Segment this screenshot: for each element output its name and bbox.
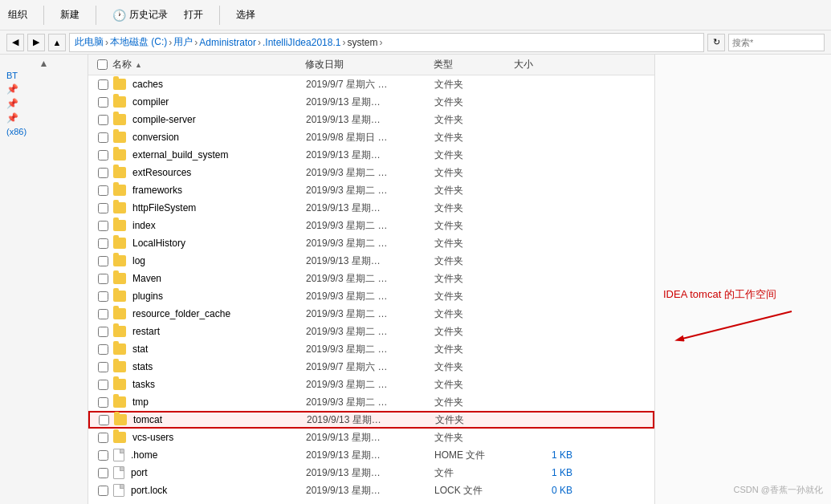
row-name-cell[interactable]: extResources bbox=[113, 167, 306, 178]
folder-icon bbox=[113, 432, 126, 443]
breadcrumb: 此电脑 › 本地磁盘 (C:) › 用户 › Administrator › .… bbox=[69, 33, 704, 52]
row-name-cell[interactable]: compile-server bbox=[113, 114, 306, 125]
row-checkbox[interactable] bbox=[92, 115, 113, 125]
row-name-cell[interactable]: port bbox=[113, 466, 306, 479]
row-checkbox[interactable] bbox=[92, 486, 113, 496]
row-checkbox[interactable] bbox=[92, 380, 113, 390]
table-row[interactable]: vcs-users2019/9/13 星期…文件夹 bbox=[88, 429, 654, 446]
folder-icon bbox=[113, 202, 126, 213]
breadcrumb-system[interactable]: system bbox=[347, 37, 377, 48]
table-row[interactable]: tasks2019/9/3 星期二 …文件夹 bbox=[88, 376, 654, 393]
row-checkbox[interactable] bbox=[92, 362, 113, 372]
table-row[interactable]: caches2019/9/7 星期六 …文件夹 bbox=[88, 75, 654, 93]
row-checkbox[interactable] bbox=[92, 468, 113, 478]
row-checkbox[interactable] bbox=[92, 274, 113, 284]
table-row[interactable]: plugins2019/9/3 星期二 …文件夹 bbox=[88, 287, 654, 305]
row-checkbox[interactable] bbox=[92, 185, 113, 196]
row-checkbox[interactable] bbox=[92, 291, 113, 302]
table-row[interactable]: tomcat2019/9/13 星期…文件夹 bbox=[88, 411, 654, 429]
table-row[interactable]: external_build_system2019/9/13 星期…文件夹 bbox=[88, 146, 654, 164]
row-date: 2019/9/3 星期二 … bbox=[306, 325, 434, 339]
row-checkbox[interactable] bbox=[92, 344, 113, 355]
table-row[interactable]: port.lock2019/9/13 星期…LOCK 文件0 KB bbox=[88, 482, 654, 499]
row-name-cell[interactable]: httpFileSystem bbox=[113, 202, 306, 213]
row-checkbox[interactable] bbox=[92, 450, 113, 461]
row-checkbox[interactable] bbox=[92, 150, 113, 161]
select-all-checkbox[interactable] bbox=[92, 59, 112, 70]
row-checkbox[interactable] bbox=[93, 415, 114, 425]
col-header-size[interactable]: 大小 bbox=[514, 58, 578, 71]
toolbar-group-history[interactable]: 🕐 历史记录 bbox=[112, 8, 168, 22]
row-checkbox[interactable] bbox=[92, 433, 113, 443]
row-checkbox[interactable] bbox=[92, 309, 113, 319]
table-row[interactable]: extResources2019/9/3 星期二 …文件夹 bbox=[88, 164, 654, 181]
row-name-cell[interactable]: tasks bbox=[113, 379, 306, 390]
breadcrumb-users[interactable]: 用户 bbox=[173, 35, 193, 49]
breadcrumb-thispc[interactable]: 此电脑 bbox=[75, 35, 104, 49]
row-name-cell[interactable]: .home bbox=[113, 449, 306, 461]
table-row[interactable]: LocalHistory2019/9/3 星期二 …文件夹 bbox=[88, 234, 654, 252]
table-row[interactable]: .home2019/9/13 星期…HOME 文件1 KB bbox=[88, 446, 654, 464]
table-row[interactable]: resource_folder_cache2019/9/3 星期二 …文件夹 bbox=[88, 305, 654, 323]
row-name-cell[interactable]: tomcat bbox=[114, 414, 307, 425]
row-name-cell[interactable]: Maven bbox=[113, 273, 306, 284]
table-row[interactable]: tmp2019/9/3 星期二 …文件夹 bbox=[88, 393, 654, 411]
row-name-cell[interactable]: external_build_system bbox=[113, 149, 306, 161]
table-row[interactable]: log2019/9/13 星期…文件夹 bbox=[88, 252, 654, 270]
col-header-name[interactable]: 名称 ▲ bbox=[112, 58, 305, 71]
table-row[interactable]: port2019/9/13 星期…文件1 KB bbox=[88, 464, 654, 482]
row-name-cell[interactable]: compiler bbox=[113, 96, 306, 108]
row-checkbox[interactable] bbox=[92, 79, 113, 90]
up-button[interactable]: ▲ bbox=[48, 34, 66, 51]
folder-icon bbox=[113, 326, 126, 337]
row-checkbox[interactable] bbox=[92, 327, 113, 337]
search-input[interactable] bbox=[728, 34, 825, 51]
table-row[interactable]: restart2019/9/3 星期二 …文件夹 bbox=[88, 323, 654, 340]
row-name-cell[interactable]: LocalHistory bbox=[113, 238, 306, 249]
row-name-cell[interactable]: conversion bbox=[113, 132, 306, 143]
row-checkbox[interactable] bbox=[92, 168, 113, 178]
forward-button[interactable]: ▶ bbox=[27, 34, 45, 51]
row-checkbox[interactable] bbox=[92, 97, 113, 108]
scroll-up-arrow[interactable]: ▲ bbox=[0, 58, 88, 69]
row-name-cell[interactable]: stats bbox=[113, 361, 306, 372]
row-name-cell[interactable]: log bbox=[113, 255, 306, 266]
table-row[interactable]: Maven2019/9/3 星期二 …文件夹 bbox=[88, 270, 654, 287]
row-checkbox[interactable] bbox=[92, 256, 113, 266]
table-row[interactable]: stats2019/9/7 星期六 …文件夹 bbox=[88, 358, 654, 376]
row-checkbox[interactable] bbox=[92, 221, 113, 231]
col-header-type[interactable]: 类型 bbox=[434, 58, 514, 71]
back-button[interactable]: ◀ bbox=[6, 34, 24, 51]
row-checkbox[interactable] bbox=[92, 238, 113, 249]
table-row[interactable]: compile-server2019/9/13 星期…文件夹 bbox=[88, 111, 654, 128]
refresh-button[interactable]: ↻ bbox=[707, 34, 725, 51]
row-type: 文件夹 bbox=[434, 360, 515, 374]
row-name-cell[interactable]: plugins bbox=[113, 291, 306, 302]
table-row[interactable]: httpFileSystem2019/9/13 星期…文件夹 bbox=[88, 199, 654, 217]
breadcrumb-admin[interactable]: Administrator bbox=[199, 37, 256, 48]
table-row[interactable]: conversion2019/9/8 星期日 …文件夹 bbox=[88, 128, 654, 146]
row-checkbox[interactable] bbox=[92, 397, 113, 408]
row-date: 2019/9/13 星期… bbox=[306, 449, 434, 462]
row-name-cell[interactable]: resource_folder_cache bbox=[113, 308, 306, 319]
row-name-cell[interactable]: frameworks bbox=[113, 185, 306, 196]
row-name-cell[interactable]: vcs-users bbox=[113, 432, 306, 443]
table-row[interactable]: index2019/9/3 星期二 …文件夹 bbox=[88, 217, 654, 234]
table-row[interactable]: frameworks2019/9/3 星期二 …文件夹 bbox=[88, 181, 654, 199]
row-name-cell[interactable]: index bbox=[113, 220, 306, 231]
row-name-cell[interactable]: tmp bbox=[113, 396, 306, 408]
col-header-date[interactable]: 修改日期 bbox=[305, 58, 434, 71]
breadcrumb-idea[interactable]: .IntelliJIdea2018.1 bbox=[263, 37, 340, 48]
row-name-cell[interactable]: port.lock bbox=[113, 484, 306, 497]
row-name: .home bbox=[131, 449, 306, 461]
row-name-cell[interactable]: caches bbox=[113, 79, 306, 90]
row-name-cell[interactable]: restart bbox=[113, 326, 306, 337]
breadcrumb-drive[interactable]: 本地磁盘 (C:) bbox=[110, 35, 167, 49]
row-checkbox[interactable] bbox=[92, 132, 113, 143]
row-type: 文件夹 bbox=[434, 219, 515, 233]
row-type: 文件夹 bbox=[434, 237, 515, 250]
row-name-cell[interactable]: stat bbox=[113, 343, 306, 355]
table-row[interactable]: compiler2019/9/13 星期…文件夹 bbox=[88, 93, 654, 111]
row-checkbox[interactable] bbox=[92, 203, 113, 213]
table-row[interactable]: stat2019/9/3 星期二 …文件夹 bbox=[88, 340, 654, 358]
